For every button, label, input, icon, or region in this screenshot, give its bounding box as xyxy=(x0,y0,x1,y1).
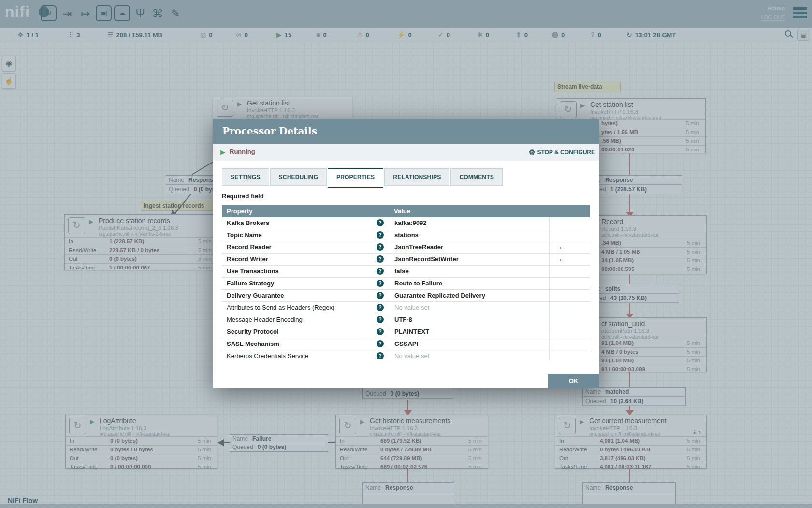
dialog-status-bar: ▶ Running ⚙STOP & CONFIGURE xyxy=(213,144,599,161)
property-row[interactable]: Record Reader? JsonTreeReader → xyxy=(222,241,590,254)
tab-scheduling[interactable]: SCHEDULING xyxy=(270,168,327,186)
property-value[interactable]: JsonTreeReader xyxy=(389,241,549,253)
property-value[interactable]: GSSAPI xyxy=(389,338,549,350)
properties-table: Property Value Kafka Brokers? kafka:9092… xyxy=(222,205,590,360)
property-value[interactable]: JsonRecordSetWriter xyxy=(389,254,549,265)
ok-button[interactable]: OK xyxy=(548,374,599,388)
property-value[interactable]: false xyxy=(389,266,549,277)
property-row[interactable]: Delivery Guarantee? Guarantee Replicated… xyxy=(222,290,590,302)
help-icon[interactable]: ? xyxy=(377,231,384,239)
help-icon[interactable]: ? xyxy=(377,219,384,226)
help-icon[interactable]: ? xyxy=(377,243,384,251)
property-row[interactable]: Attributes to Send as Headers (Regex)? N… xyxy=(222,302,590,314)
property-value[interactable]: UTF-8 xyxy=(389,314,549,326)
stop-and-configure-button[interactable]: ⚙STOP & CONFIGURE xyxy=(529,148,595,157)
tab-relationships[interactable]: RELATIONSHIPS xyxy=(384,168,450,186)
help-icon[interactable]: ? xyxy=(377,328,384,335)
dialog-title: Processor Details xyxy=(213,119,599,144)
help-icon[interactable]: ? xyxy=(377,280,384,287)
required-field-note: Required field xyxy=(222,193,264,200)
property-row[interactable]: Message Header Encoding? UTF-8 xyxy=(222,314,590,326)
tab-comments[interactable]: COMMENTS xyxy=(450,168,503,186)
nifi-app: nifi ↻ ⇥ ↦ ▣ ☁ Ψ ⌘ ✎ admin LOG OUT ❖1 / … xyxy=(0,0,812,508)
property-row[interactable]: Security Protocol? PLAINTEXT xyxy=(222,326,590,338)
gear-icon: ⚙ xyxy=(529,148,535,156)
processor-details-dialog: Processor Details ▶ Running ⚙STOP & CONF… xyxy=(213,119,599,388)
property-value[interactable]: Guarantee Replicated Delivery xyxy=(389,290,549,301)
property-value[interactable]: No value set xyxy=(389,302,549,314)
property-value[interactable]: kafka:9092 xyxy=(389,217,549,229)
property-value[interactable]: stations xyxy=(389,229,549,241)
help-icon[interactable]: ? xyxy=(377,340,384,347)
tab-properties[interactable]: PROPERTIES xyxy=(328,168,383,188)
property-row[interactable]: Record Writer? JsonRecordSetWriter → xyxy=(222,254,590,266)
help-icon[interactable]: ? xyxy=(377,304,384,311)
running-status-icon: ▶ xyxy=(220,149,225,156)
go-to-service-icon[interactable]: → xyxy=(556,255,563,263)
help-icon[interactable]: ? xyxy=(377,255,384,263)
property-row[interactable]: Failure Strategy? Route to Failure xyxy=(222,278,590,290)
tab-settings[interactable]: SETTINGS xyxy=(222,168,269,186)
property-value[interactable]: Route to Failure xyxy=(389,278,549,289)
running-status-label: Running xyxy=(230,148,255,155)
property-row[interactable]: Topic Name? stations xyxy=(222,229,590,241)
property-row[interactable]: Kafka Brokers? kafka:9092 xyxy=(222,217,590,229)
help-icon[interactable]: ? xyxy=(377,292,384,299)
property-value[interactable]: PLAINTEXT xyxy=(389,326,549,338)
help-icon[interactable]: ? xyxy=(377,352,384,359)
help-icon[interactable]: ? xyxy=(377,268,384,275)
property-row[interactable]: SASL Mechanism? GSSAPI xyxy=(222,338,590,350)
dialog-tabs: SETTINGS SCHEDULING PROPERTIES RELATIONS… xyxy=(222,168,503,188)
go-to-service-icon[interactable]: → xyxy=(556,243,563,251)
properties-table-header: Property Value xyxy=(222,205,590,217)
property-row[interactable]: Use Transactions? false xyxy=(222,266,590,278)
property-row[interactable]: Kerberos Credentials Service? No value s… xyxy=(222,350,590,360)
help-icon[interactable]: ? xyxy=(377,316,384,323)
property-value[interactable]: No value set xyxy=(389,350,549,360)
